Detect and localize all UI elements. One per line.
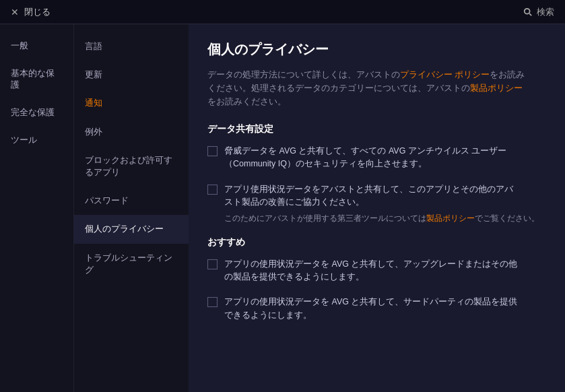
sidebar-item-basic-protection[interactable]: 基本的な保護	[0, 60, 73, 99]
product-policy-link-sub[interactable]: 製品ポリシー	[426, 214, 475, 223]
checkbox-app-usage-label: アプリ使用状況データをアバストと共有して、このアプリとその他のアバスト製品の改善…	[224, 183, 539, 224]
checkbox-threat-data: 脅威データを AVG と共有して、すべての AVG アンチウイルス ユーザー（C…	[207, 145, 546, 171]
checkbox-threat-data-label: 脅威データを AVG と共有して、すべての AVG アンチウイルス ユーザー（C…	[224, 145, 521, 171]
sidebar-item-general[interactable]: 一般	[0, 32, 73, 60]
checkbox-third-party-label: アプリの使用状況データを AVG と共有して、サードパーティの製品を提供できるよ…	[224, 296, 521, 322]
checkbox-app-usage-sublabel: このためにアバストが使用する第三者ツールについては製品ポリシーでご覧ください。	[224, 212, 539, 224]
svg-line-1	[529, 13, 531, 15]
recommended-section: おすすめ アプリの使用状況データを AVG と共有して、アップグレードまたはその…	[207, 236, 546, 323]
sidebar-item-update[interactable]: 更新	[74, 61, 189, 89]
sidebar-item-troubleshoot[interactable]: トラブルシューティング	[74, 244, 189, 284]
data-sharing-section: データ共有設定 脅威データを AVG と共有して、すべての AVG アンチウイル…	[207, 123, 546, 224]
checkbox-upgrade-data-input[interactable]	[207, 259, 218, 269]
page-title: 個人のプライバシー	[207, 40, 546, 59]
sidebar: 一般 基本的な保護 完全な保護 ツール 言語 更新 通知 例外	[0, 24, 189, 392]
titlebar: ✕ 閉じる 検索	[0, 0, 565, 24]
recommended-title: おすすめ	[207, 236, 546, 249]
search-icon	[523, 7, 533, 17]
product-policy-link-desc[interactable]: 製品ポリシー	[470, 84, 523, 93]
sidebar-item-language[interactable]: 言語	[74, 32, 189, 61]
sidebar-item-privacy[interactable]: 個人のプライバシー	[74, 215, 189, 243]
titlebar-left: ✕ 閉じる	[11, 6, 51, 18]
checkbox-third-party: アプリの使用状況データを AVG と共有して、サードパーティの製品を提供できるよ…	[207, 296, 546, 322]
sidebar-item-tools[interactable]: ツール	[0, 127, 73, 154]
content-area: 個人のプライバシー データの処理方法について詳しくは、アバストのプライバシー ポ…	[189, 24, 565, 392]
sidebar-item-exception[interactable]: 例外	[74, 118, 189, 146]
content-description: データの処理方法について詳しくは、アバストのプライバシー ポリシーをお読みくださ…	[207, 68, 531, 108]
main-container: 一般 基本的な保護 完全な保護 ツール 言語 更新 通知 例外	[0, 24, 565, 392]
sidebar-item-full-protection[interactable]: 完全な保護	[0, 99, 73, 127]
search-button[interactable]: 検索	[523, 6, 554, 18]
checkbox-upgrade-data-label: アプリの使用状況データを AVG と共有して、アップグレードまたはその他の製品を…	[224, 258, 521, 284]
privacy-policy-link[interactable]: プライバシー ポリシー	[400, 70, 490, 79]
checkbox-upgrade-data: アプリの使用状況データを AVG と共有して、アップグレードまたはその他の製品を…	[207, 258, 546, 284]
sidebar-col2: 言語 更新 通知 例外 ブロックおよび許可するアプリ パスワード 個人のプライバ…	[74, 24, 189, 392]
sidebar-col1: 一般 基本的な保護 完全な保護 ツール	[0, 24, 74, 392]
checkbox-app-usage: アプリ使用状況データをアバストと共有して、このアプリとその他のアバスト製品の改善…	[207, 183, 546, 224]
data-sharing-title: データ共有設定	[207, 123, 546, 135]
search-label: 検索	[537, 6, 554, 18]
checkbox-threat-data-input[interactable]	[207, 146, 218, 156]
svg-point-0	[525, 8, 530, 13]
sidebar-item-notification[interactable]: 通知	[74, 89, 189, 117]
checkbox-app-usage-input[interactable]	[207, 185, 218, 195]
sidebar-item-block-allow[interactable]: ブロックおよび許可するアプリ	[74, 146, 189, 187]
checkbox-third-party-input[interactable]	[207, 297, 218, 307]
sidebar-item-password[interactable]: パスワード	[74, 187, 189, 215]
close-label: 閉じる	[24, 6, 51, 18]
close-button[interactable]: ✕	[11, 7, 19, 18]
